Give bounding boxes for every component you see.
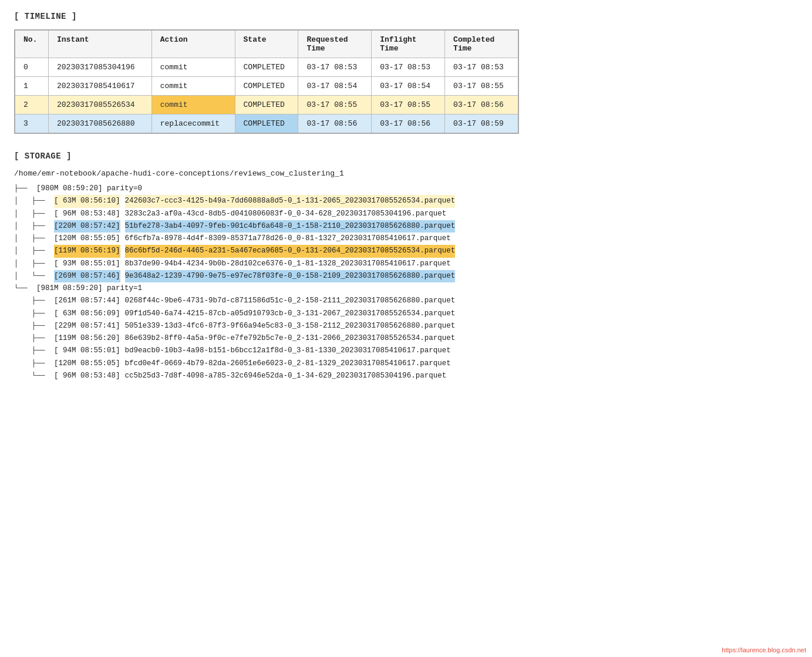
table-cell: commit	[151, 58, 235, 77]
tree-prefix: │ ├──	[14, 233, 49, 245]
tree-prefix: ├──	[14, 358, 49, 370]
list-item: ├── [ 63M 08:56:09] 09f1d540-6a74-4215-8…	[14, 308, 798, 320]
file-size: [229M 08:57:41]	[54, 320, 120, 332]
file-size: [120M 08:55:05]	[54, 358, 120, 370]
file-size: [ 96M 08:53:48]	[54, 208, 120, 220]
tree-prefix: │ ├──	[14, 245, 49, 257]
table-cell: 03-17 08:55	[445, 77, 518, 96]
tree-prefix: │ ├──	[14, 258, 49, 270]
tree-prefix: │ └──	[14, 270, 49, 282]
table-cell: 03-17 08:56	[298, 114, 372, 134]
parity1-text: [981M 08:59:20] parity=1	[36, 282, 142, 295]
file-size: [ 63M 08:56:10]	[54, 195, 120, 207]
list-item: │ ├── [120M 08:55:05] 6f6cfb7a-8978-4d4f…	[14, 233, 798, 245]
table-cell: 03-17 08:56	[372, 114, 445, 134]
file-name: 0268f44c-9be6-4731-9b7d-c8711586d51c-0_2…	[125, 295, 456, 307]
file-name: 242603c7-ccc3-4125-b49a-7dd60888a8d5-0_1…	[125, 195, 456, 207]
table-cell: 03-17 08:59	[445, 114, 518, 134]
col-instant: Instant	[49, 30, 152, 58]
table-cell: 3	[15, 114, 49, 134]
table-row: 120230317085410617commitCOMPLETED03-17 0…	[15, 77, 518, 96]
tree-prefix: ├──	[14, 332, 49, 345]
storage-path: /home/emr-notebook/apache-hudi-core-conc…	[14, 169, 798, 178]
file-name: 09f1d540-6a74-4215-87cb-a05d910793cb-0_3…	[125, 308, 456, 320]
col-inflight-time: InflightTime	[372, 30, 445, 58]
table-row: 020230317085304196commitCOMPLETED03-17 0…	[15, 58, 518, 77]
table-cell: 03-17 08:53	[298, 58, 372, 77]
list-item: ├── [ 94M 08:55:01] bd9eacb0-10b3-4a98-b…	[14, 345, 798, 357]
tree-prefix: │ ├──	[14, 195, 49, 207]
table-header-row: No. Instant Action State RequestedTime I…	[15, 30, 518, 58]
parity1-label: └── [981M 08:59:20] parity=1	[14, 282, 798, 295]
file-size: [ 94M 08:55:01]	[54, 345, 120, 357]
tree-prefix: │ ├──	[14, 220, 49, 233]
col-requested-time: RequestedTime	[298, 30, 372, 58]
parity0-text: [980M 08:59:20] parity=0	[36, 183, 142, 195]
list-item: │ └── [269M 08:57:46] 9e3648a2-1239-4790…	[14, 270, 798, 282]
list-item: ├── [229M 08:57:41] 5051e339-13d3-4fc6-8…	[14, 320, 798, 332]
table-cell: COMPLETED	[235, 58, 298, 77]
list-item: ├── [119M 08:56:20] 86e639b2-8ff0-4a5a-9…	[14, 332, 798, 345]
tree-prefix: ├──	[14, 308, 49, 320]
file-name: 86e639b2-8ff0-4a5a-9f0c-e7fe792b5c7e-0_2…	[125, 332, 456, 345]
table-cell: 03-17 08:53	[372, 58, 445, 77]
file-name: 8b37de90-94b4-4234-9b0b-28d102ce6376-0_1…	[125, 258, 451, 270]
file-size: [ 96M 08:53:48]	[54, 370, 120, 382]
parity0-label: ├── [980M 08:59:20] parity=0	[14, 183, 798, 195]
table-cell: 03-17 08:54	[298, 77, 372, 96]
list-item: │ ├── [220M 08:57:42] 51bfe278-3ab4-4097…	[14, 220, 798, 233]
list-item: └── [ 96M 08:53:48] cc5b25d3-7d8f-4098-a…	[14, 370, 798, 382]
table-cell: 03-17 08:55	[298, 96, 372, 114]
table-cell: 20230317085410617	[49, 77, 152, 96]
col-no: No.	[15, 30, 49, 58]
file-name: 6f6cfb7a-8978-4d4f-8309-85371a778d26-0_0…	[125, 233, 451, 245]
list-item: ├── [120M 08:55:05] bfcd0e4f-0669-4b79-8…	[14, 358, 798, 370]
list-item: ├── [261M 08:57:44] 0268f44c-9be6-4731-9…	[14, 295, 798, 307]
storage-section: [ STORAGE ] /home/emr-notebook/apache-hu…	[14, 151, 798, 382]
file-size: [269M 08:57:46]	[54, 270, 120, 282]
table-cell: COMPLETED	[235, 114, 298, 134]
file-name: 86c6bf5d-246d-4465-a231-5a467eca9685-0_0…	[125, 245, 456, 257]
table-cell: 20230317085304196	[49, 58, 152, 77]
col-state: State	[235, 30, 298, 58]
tree-prefix: ├──	[14, 183, 32, 195]
table-cell: commit	[151, 77, 235, 96]
tree-prefix: ├──	[14, 345, 49, 357]
timeline-section: [ TIMELINE ] No. Instant Action State Re…	[14, 12, 798, 134]
file-size: [261M 08:57:44]	[54, 295, 120, 307]
file-name: bfcd0e4f-0669-4b79-82da-26051e6e6023-0_2…	[125, 358, 451, 370]
tree-prefix: └──	[14, 282, 32, 295]
table-cell: 1	[15, 77, 49, 96]
list-item: │ ├── [ 96M 08:53:48] 3283c2a3-af0a-43cd…	[14, 208, 798, 220]
table-cell: 03-17 08:53	[445, 58, 518, 77]
table-cell: 2	[15, 96, 49, 114]
file-size: [119M 08:56:20]	[54, 332, 120, 345]
table-cell: 0	[15, 58, 49, 77]
file-size: [ 63M 08:56:09]	[54, 308, 120, 320]
file-name: 51bfe278-3ab4-4097-9feb-901c4bf6a648-0_1…	[125, 220, 456, 233]
table-cell: 03-17 08:54	[372, 77, 445, 96]
table-cell: 03-17 08:56	[445, 96, 518, 114]
storage-header: [ STORAGE ]	[14, 151, 798, 161]
tree-prefix: └──	[14, 370, 49, 382]
file-name: bd9eacb0-10b3-4a98-b151-b6bcc12a1f8d-0_3…	[125, 345, 451, 357]
file-size: [220M 08:57:42]	[54, 220, 120, 233]
file-name: cc5b25d3-7d8f-4098-a785-32c6946e52da-0_1…	[125, 370, 447, 382]
col-completed-time: CompletedTime	[445, 30, 518, 58]
table-row: 220230317085526534commitCOMPLETED03-17 0…	[15, 96, 518, 114]
list-item: │ ├── [119M 08:56:19] 86c6bf5d-246d-4465…	[14, 245, 798, 257]
table-cell: COMPLETED	[235, 96, 298, 114]
storage-tree: ├── [980M 08:59:20] parity=0│ ├── [ 63M …	[14, 183, 798, 382]
table-cell: 03-17 08:55	[372, 96, 445, 114]
table-cell: 20230317085526534	[49, 96, 152, 114]
table-cell: replacecommit	[151, 114, 235, 134]
file-name: 9e3648a2-1239-4790-9e75-e97ec78f03fe-0_0…	[125, 270, 456, 282]
tree-prefix: ├──	[14, 295, 49, 307]
table-cell: COMPLETED	[235, 77, 298, 96]
file-size: [ 93M 08:55:01]	[54, 258, 120, 270]
timeline-header: [ TIMELINE ]	[14, 12, 798, 21]
list-item: │ ├── [ 93M 08:55:01] 8b37de90-94b4-4234…	[14, 258, 798, 270]
list-item: │ ├── [ 63M 08:56:10] 242603c7-ccc3-4125…	[14, 195, 798, 207]
file-name: 3283c2a3-af0a-43cd-8db5-d0410806083f-0_0…	[125, 208, 447, 220]
file-name: 5051e339-13d3-4fc6-87f3-9f66a94e5c83-0_3…	[125, 320, 456, 332]
